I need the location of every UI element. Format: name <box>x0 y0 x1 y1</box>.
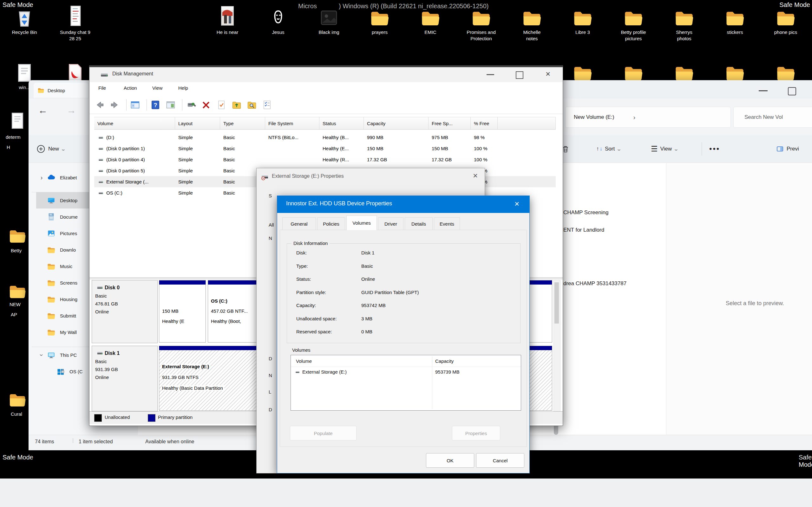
back-button[interactable] <box>95 100 105 110</box>
desktop-icon-he-is-near[interactable]: He is near <box>204 4 251 36</box>
search-box[interactable]: Search New Vol <box>733 107 812 128</box>
sort-button[interactable]: ↑↓ Sort ⌄ <box>596 140 621 158</box>
disk-panel-disk-1[interactable]: Disk 1Basic931.39 GBOnline <box>92 346 158 411</box>
volume-row-3[interactable]: (Disk 0 partition 4)SimpleBasicHealthy (… <box>94 154 556 165</box>
cancel-button[interactable]: Cancel <box>476 453 524 468</box>
desktop-icon-betty-profile[interactable]: Betty profilepictures <box>610 4 657 42</box>
monitor-icon <box>47 196 55 205</box>
cell: Simple <box>175 146 220 151</box>
folder-icon <box>47 245 55 254</box>
desktop-icon-folder[interactable] <box>610 59 657 83</box>
desktop-icon-phone-pics[interactable]: phone pics <box>762 4 809 36</box>
desktop-icon-sherrys[interactable]: Sherrysphotos <box>660 4 708 42</box>
ok-button[interactable]: OK <box>426 453 474 468</box>
delete-volume-button[interactable] <box>201 100 211 110</box>
pc-icon <box>47 351 55 359</box>
dm-disk-pane-scrollbar[interactable] <box>554 280 560 411</box>
populate-button[interactable]: Populate <box>290 426 357 441</box>
column-header-status[interactable]: Status <box>319 117 364 130</box>
column-header-layout[interactable]: Layout <box>175 117 220 130</box>
properties-check-button[interactable] <box>216 100 226 110</box>
desktop-icon-folder[interactable] <box>660 59 708 83</box>
volume-row-2[interactable]: (Disk 0 partition 1)SimpleBasicHealthy (… <box>94 143 556 154</box>
column-header-type[interactable]: Type <box>220 117 265 130</box>
more-options-button[interactable]: ••• <box>709 140 720 158</box>
tab-volumes[interactable]: Volumes <box>346 216 377 230</box>
file-list-item[interactable]: CHAMP Screening <box>563 210 608 216</box>
menu-file[interactable]: File <box>98 85 106 91</box>
explorer-tab-desktop[interactable]: Desktop <box>34 83 88 98</box>
desktop-icon-label: Michellenotes <box>508 29 556 42</box>
show-console-tree-button[interactable] <box>130 100 140 110</box>
cell: Healthy (R... <box>319 157 364 162</box>
explore-folder-button[interactable] <box>247 100 257 110</box>
ext-dialog-close-button[interactable]: × <box>473 171 478 181</box>
column-header-file-system[interactable]: File System <box>265 117 319 130</box>
maximize-button[interactable] <box>788 87 796 95</box>
menu-view[interactable]: View <box>152 85 162 91</box>
desktop-icon-libre-3[interactable]: Libre 3 <box>559 4 606 36</box>
desktop-icon-prayers[interactable]: prayers <box>356 4 403 36</box>
desktop-icon-jesus[interactable]: Jesus <box>254 4 302 36</box>
desktop-icon-folder[interactable] <box>762 59 809 83</box>
desktop-icon-emic[interactable]: EMIC <box>407 4 454 36</box>
partition-efi[interactable]: 150 MBHealthy (E <box>159 280 206 343</box>
file-list-item[interactable]: ENT for Landlord <box>563 227 604 233</box>
forward-button[interactable] <box>110 100 120 110</box>
field-label: Reserved space: <box>296 329 332 334</box>
tab-policies[interactable]: Policies <box>317 217 345 230</box>
properties-button[interactable]: Properties <box>452 426 500 441</box>
dm-close-button[interactable]: × <box>546 69 550 79</box>
breadcrumb-location[interactable]: New Volume (E:) <box>565 114 614 120</box>
desktop-icon-folder[interactable] <box>559 59 606 83</box>
cell: 100 % <box>471 157 498 162</box>
tab-driver[interactable]: Driver <box>378 217 403 230</box>
view-button[interactable]: ☰ View ⌄ <box>651 140 678 158</box>
desktop-icon-recycle-bin[interactable]: Recycle Bin <box>1 4 48 36</box>
show-action-pane-button[interactable] <box>165 100 176 110</box>
folder-icon <box>47 312 55 320</box>
dm-minimize-button[interactable] <box>487 74 494 75</box>
view-label: View <box>660 146 672 152</box>
volumes-listbox[interactable]: Volume Capacity External Storage (E:) 95… <box>291 355 521 411</box>
column-header-capacity[interactable]: Capacity <box>364 117 428 130</box>
open-folder-button[interactable] <box>232 100 242 110</box>
file-list-item[interactable]: drea CHAMP 3531433787 <box>563 280 626 287</box>
help-button[interactable]: ? <box>150 100 160 110</box>
drive-icon <box>95 350 105 356</box>
tab-details[interactable]: Details <box>405 217 433 230</box>
chevron-right-icon[interactable]: › <box>36 174 47 181</box>
disk-panel-disk-0[interactable]: Disk 0Basic476.81 GBOnline <box>92 280 158 343</box>
desktop-icon-stickers[interactable]: stickers <box>711 4 759 36</box>
column-header-free-sp-[interactable]: Free Sp... <box>428 117 471 130</box>
desktop-icon-promises-and[interactable]: Promises andProtection <box>457 4 505 42</box>
tab-events[interactable]: Events <box>434 217 460 230</box>
hidden-dialog-fragment: D <box>269 407 272 412</box>
column-header--free[interactable]: % Free <box>471 117 498 130</box>
icon-doc-thumb <box>51 4 99 28</box>
address-breadcrumb[interactable]: New Volume (E:) › <box>565 107 731 128</box>
back-button[interactable]: ← <box>38 105 48 116</box>
new-button[interactable]: New ⌄ <box>36 140 65 158</box>
vol-row-name[interactable]: External Storage (E:) <box>302 369 347 375</box>
desktop-icon-folder[interactable] <box>711 59 759 83</box>
volume-row-1[interactable]: (D:)SimpleBasicNTFS (BitLo...Healthy (B.… <box>94 132 556 143</box>
field-value: Disk 1 <box>361 250 374 256</box>
chevron-down-icon[interactable]: › <box>38 349 45 360</box>
desktop-icon-sunday-chat-9[interactable]: Sunday chat 928 25 <box>51 4 99 42</box>
desktop-icon-michelle[interactable]: Michellenotes <box>508 4 556 42</box>
forward-button[interactable]: → <box>67 105 76 116</box>
tasks-button[interactable] <box>262 100 272 110</box>
tab-general[interactable]: General <box>282 217 316 230</box>
detach-button[interactable] <box>186 100 196 110</box>
menu-action[interactable]: Action <box>124 85 137 91</box>
menu-help[interactable]: Help <box>178 85 188 91</box>
dm-maximize-button[interactable] <box>516 71 523 79</box>
desktop-icon-label: Sunday chat 928 25 <box>51 29 99 42</box>
inno-close-button[interactable]: × <box>514 199 519 209</box>
column-header-spacer[interactable] <box>498 117 556 130</box>
minimize-button[interactable] <box>759 90 768 91</box>
column-header-volume[interactable]: Volume <box>94 117 175 130</box>
desktop-icon-black-img[interactable]: Black img <box>305 4 353 36</box>
preview-toggle-button[interactable]: Previ <box>776 140 799 158</box>
